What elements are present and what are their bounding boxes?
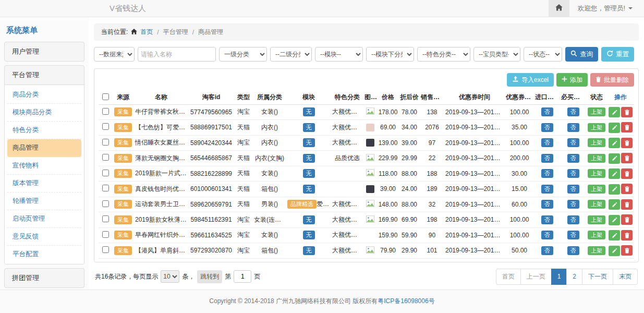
sidebar-item[interactable]: 平台配置: [7, 246, 81, 263]
page-number-input[interactable]: [234, 270, 251, 283]
must-buy-toggle-badge[interactable]: 否: [567, 231, 579, 239]
delete-button[interactable]: [621, 214, 633, 225]
filter-select[interactable]: --模块--: [315, 47, 363, 62]
imported-toggle-badge[interactable]: 否: [541, 154, 553, 163]
sidebar-item[interactable]: 宣传物料: [7, 157, 81, 175]
delete-button[interactable]: [621, 199, 633, 210]
filter-select[interactable]: 一级分类: [219, 47, 267, 62]
status-badge[interactable]: 上架: [588, 107, 605, 116]
module-badge[interactable]: 无: [303, 169, 315, 178]
row-checkbox[interactable]: [102, 215, 109, 222]
edit-button[interactable]: [609, 199, 620, 210]
page-button[interactable]: 末页: [613, 269, 638, 285]
module-badge[interactable]: 无: [303, 185, 315, 194]
imported-toggle-badge[interactable]: 否: [541, 185, 553, 194]
name-search-input[interactable]: [138, 47, 216, 62]
must-buy-toggle-badge[interactable]: 否: [567, 154, 579, 163]
must-buy-toggle-badge[interactable]: 否: [567, 200, 579, 209]
sidebar-item[interactable]: 版本管理: [7, 175, 81, 192]
search-button[interactable]: 查询: [565, 47, 598, 62]
edit-button[interactable]: [609, 168, 620, 179]
home-nav-button[interactable]: [549, 0, 569, 17]
status-badge[interactable]: 上架: [588, 138, 605, 147]
delete-button[interactable]: [621, 107, 633, 117]
add-button[interactable]: 添加: [556, 73, 588, 87]
import-excel-button[interactable]: 导入excel: [507, 73, 554, 87]
sidebar-item[interactable]: 模块商品分类: [7, 104, 81, 122]
delete-button[interactable]: [621, 245, 633, 256]
page-button[interactable]: 2: [566, 269, 582, 285]
module-badge[interactable]: 无: [303, 246, 315, 255]
breadcrumb-home-link[interactable]: 首页: [140, 28, 153, 37]
sidebar-item[interactable]: 特色分类: [7, 122, 81, 139]
status-badge[interactable]: 上架: [588, 200, 605, 209]
delete-button[interactable]: [621, 138, 633, 148]
row-checkbox[interactable]: [102, 139, 109, 146]
batch-delete-button[interactable]: 批量删除: [590, 73, 634, 87]
page-button[interactable]: 下一页: [582, 269, 613, 285]
sidebar-item[interactable]: 启动页管理: [7, 210, 81, 228]
filter-select[interactable]: --二级分类--: [270, 47, 312, 62]
row-checkbox[interactable]: [102, 108, 109, 115]
filter-select[interactable]: --数据来源--: [94, 47, 135, 62]
row-checkbox[interactable]: [102, 200, 109, 207]
sidebar-group-header[interactable]: 用户管理: [5, 42, 84, 61]
module-badge[interactable]: 无: [303, 215, 315, 224]
module-badge[interactable]: 无: [303, 138, 315, 147]
module-badge[interactable]: 无: [303, 154, 315, 163]
imported-toggle-badge[interactable]: 否: [541, 200, 553, 209]
user-dropdown[interactable]: 欢迎您，管理员!: [569, 4, 644, 13]
imported-toggle-badge[interactable]: 否: [541, 107, 553, 116]
row-checkbox[interactable]: [102, 123, 109, 130]
icp-link[interactable]: 粤ICP备16098006号: [378, 297, 434, 305]
must-buy-toggle-badge[interactable]: 否: [567, 215, 579, 224]
edit-button[interactable]: [609, 153, 620, 164]
must-buy-toggle-badge[interactable]: 否: [567, 138, 579, 147]
reset-button[interactable]: 重置: [601, 47, 634, 62]
must-buy-toggle-badge[interactable]: 否: [567, 246, 579, 255]
edit-button[interactable]: [609, 138, 620, 148]
page-button[interactable]: 上一页: [520, 269, 552, 285]
status-badge[interactable]: 上架: [588, 154, 605, 163]
sidebar-item[interactable]: 商品分类: [7, 86, 81, 104]
jump-button[interactable]: 跳转到: [197, 270, 222, 283]
delete-button[interactable]: [621, 184, 633, 194]
delete-button[interactable]: [621, 122, 633, 133]
module-badge[interactable]: 无: [303, 107, 315, 116]
must-buy-toggle-badge[interactable]: 否: [567, 123, 579, 132]
select-all-checkbox[interactable]: [102, 93, 109, 100]
imported-toggle-badge[interactable]: 否: [541, 246, 553, 255]
status-badge[interactable]: 上架: [588, 123, 605, 132]
per-page-select[interactable]: 10: [161, 270, 179, 283]
imported-toggle-badge[interactable]: 否: [541, 215, 553, 224]
sidebar-group-header[interactable]: 拼团管理: [5, 269, 84, 287]
row-checkbox[interactable]: [102, 170, 109, 176]
filter-select[interactable]: --状态--: [524, 47, 562, 62]
edit-button[interactable]: [609, 230, 620, 240]
imported-toggle-badge[interactable]: 否: [541, 123, 553, 132]
row-checkbox[interactable]: [102, 154, 109, 161]
imported-toggle-badge[interactable]: 否: [541, 138, 553, 147]
page-button[interactable]: 1: [551, 269, 567, 285]
filter-select[interactable]: --特色分类--: [417, 47, 470, 62]
edit-button[interactable]: [609, 184, 620, 195]
sidebar-item[interactable]: 商品管理: [7, 139, 81, 157]
module-badge[interactable]: 品牌精选: [287, 200, 317, 209]
module-badge[interactable]: 无: [303, 231, 315, 239]
filter-select[interactable]: --模块下分类--: [366, 47, 414, 62]
status-badge[interactable]: 上架: [588, 231, 605, 239]
delete-button[interactable]: [621, 153, 633, 163]
page-button[interactable]: 首页: [496, 269, 521, 285]
edit-button[interactable]: [609, 215, 620, 225]
status-badge[interactable]: 上架: [588, 246, 605, 255]
imported-toggle-badge[interactable]: 否: [541, 231, 553, 239]
must-buy-toggle-badge[interactable]: 否: [567, 169, 579, 178]
row-checkbox[interactable]: [102, 185, 109, 191]
row-checkbox[interactable]: [102, 231, 109, 238]
imported-toggle-badge[interactable]: 否: [541, 169, 553, 178]
delete-button[interactable]: [621, 168, 633, 179]
sidebar-group-header[interactable]: 平台管理: [5, 66, 84, 85]
row-checkbox[interactable]: [102, 246, 109, 253]
sidebar-item[interactable]: 轮播管理: [7, 192, 81, 210]
must-buy-toggle-badge[interactable]: 否: [567, 107, 579, 116]
